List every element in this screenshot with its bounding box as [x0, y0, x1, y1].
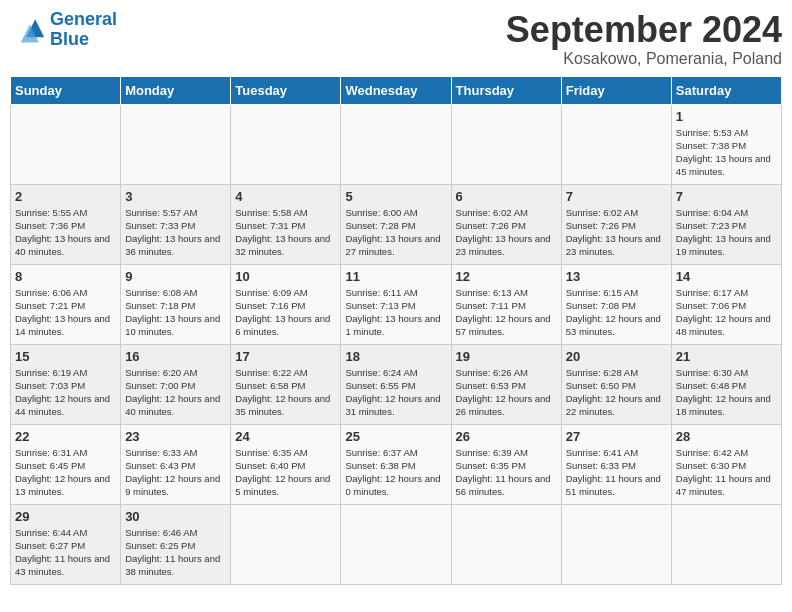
calendar-row-5: 22 Sunrise: 6:31 AM Sunset: 6:45 PM Dayl…: [11, 424, 782, 504]
day-cell-19: 18 Sunrise: 6:24 AM Sunset: 6:55 PM Dayl…: [341, 344, 451, 424]
empty-cell: [11, 104, 121, 184]
day-info: Sunrise: 6:28 AM Sunset: 6:50 PM Dayligh…: [566, 366, 667, 419]
day-info: Sunrise: 5:55 AM Sunset: 7:36 PM Dayligh…: [15, 206, 116, 259]
day-info: Sunrise: 6:04 AM Sunset: 7:23 PM Dayligh…: [676, 206, 777, 259]
day-cell-27: 26 Sunrise: 6:39 AM Sunset: 6:35 PM Dayl…: [451, 424, 561, 504]
calendar-row-4: 15 Sunrise: 6:19 AM Sunset: 7:03 PM Dayl…: [11, 344, 782, 424]
day-number: 14: [676, 269, 777, 284]
day-info: Sunrise: 6:30 AM Sunset: 6:48 PM Dayligh…: [676, 366, 777, 419]
empty-cell: [451, 504, 561, 584]
day-cell-21: 20 Sunrise: 6:28 AM Sunset: 6:50 PM Dayl…: [561, 344, 671, 424]
empty-cell: [341, 504, 451, 584]
day-info: Sunrise: 6:11 AM Sunset: 7:13 PM Dayligh…: [345, 286, 446, 339]
day-cell-24: 23 Sunrise: 6:33 AM Sunset: 6:43 PM Dayl…: [121, 424, 231, 504]
day-cell-11: 10 Sunrise: 6:09 AM Sunset: 7:16 PM Dayl…: [231, 264, 341, 344]
day-cell-10: 9 Sunrise: 6:08 AM Sunset: 7:18 PM Dayli…: [121, 264, 231, 344]
page-header: General Blue September 2024 Kosakowo, Po…: [10, 10, 782, 68]
col-tuesday: Tuesday: [231, 76, 341, 104]
day-cell-30: 29 Sunrise: 6:44 AM Sunset: 6:27 PM Dayl…: [11, 504, 121, 584]
day-info: Sunrise: 6:41 AM Sunset: 6:33 PM Dayligh…: [566, 446, 667, 499]
title-area: September 2024 Kosakowo, Pomerania, Pola…: [506, 10, 782, 68]
logo-text: General Blue: [50, 10, 117, 50]
empty-cell: [121, 104, 231, 184]
day-number: 13: [566, 269, 667, 284]
day-cell-28: 27 Sunrise: 6:41 AM Sunset: 6:33 PM Dayl…: [561, 424, 671, 504]
day-info: Sunrise: 5:58 AM Sunset: 7:31 PM Dayligh…: [235, 206, 336, 259]
col-thursday: Thursday: [451, 76, 561, 104]
day-info: Sunrise: 6:02 AM Sunset: 7:26 PM Dayligh…: [456, 206, 557, 259]
day-cell-2: 2 Sunrise: 5:55 AM Sunset: 7:36 PM Dayli…: [11, 184, 121, 264]
col-wednesday: Wednesday: [341, 76, 451, 104]
col-friday: Friday: [561, 76, 671, 104]
day-number: 20: [566, 349, 667, 364]
day-cell-18: 17 Sunrise: 6:22 AM Sunset: 6:58 PM Dayl…: [231, 344, 341, 424]
day-info: Sunrise: 6:20 AM Sunset: 7:00 PM Dayligh…: [125, 366, 226, 419]
day-number: 28: [676, 429, 777, 444]
page-subtitle: Kosakowo, Pomerania, Poland: [506, 50, 782, 68]
empty-cell: [231, 504, 341, 584]
empty-cell: [671, 504, 781, 584]
calendar-table: Sunday Monday Tuesday Wednesday Thursday…: [10, 76, 782, 585]
day-info: Sunrise: 6:26 AM Sunset: 6:53 PM Dayligh…: [456, 366, 557, 419]
day-info: Sunrise: 6:33 AM Sunset: 6:43 PM Dayligh…: [125, 446, 226, 499]
day-number: 11: [345, 269, 446, 284]
calendar-row-1: 1 Sunrise: 5:53 AM Sunset: 7:38 PM Dayli…: [11, 104, 782, 184]
day-number: 2: [15, 189, 116, 204]
day-number: 17: [235, 349, 336, 364]
day-number: 18: [345, 349, 446, 364]
col-saturday: Saturday: [671, 76, 781, 104]
empty-cell: [341, 104, 451, 184]
day-cell-16: 15 Sunrise: 6:19 AM Sunset: 7:03 PM Dayl…: [11, 344, 121, 424]
day-cell-22: 21 Sunrise: 6:30 AM Sunset: 6:48 PM Dayl…: [671, 344, 781, 424]
day-number: 30: [125, 509, 226, 524]
day-number: 8: [15, 269, 116, 284]
day-number: 9: [125, 269, 226, 284]
day-cell-6: 6 Sunrise: 6:02 AM Sunset: 7:26 PM Dayli…: [451, 184, 561, 264]
logo-line2: Blue: [50, 30, 117, 50]
day-cell-8: 7 Sunrise: 6:04 AM Sunset: 7:23 PM Dayli…: [671, 184, 781, 264]
day-cell-29: 28 Sunrise: 6:42 AM Sunset: 6:30 PM Dayl…: [671, 424, 781, 504]
day-number: 5: [345, 189, 446, 204]
day-info: Sunrise: 6:35 AM Sunset: 6:40 PM Dayligh…: [235, 446, 336, 499]
day-info: Sunrise: 6:42 AM Sunset: 6:30 PM Dayligh…: [676, 446, 777, 499]
day-cell-1: 1 Sunrise: 5:53 AM Sunset: 7:38 PM Dayli…: [671, 104, 781, 184]
day-number: 23: [125, 429, 226, 444]
day-number: 16: [125, 349, 226, 364]
calendar-row-2: 2 Sunrise: 5:55 AM Sunset: 7:36 PM Dayli…: [11, 184, 782, 264]
day-info: Sunrise: 6:39 AM Sunset: 6:35 PM Dayligh…: [456, 446, 557, 499]
day-number: 6: [456, 189, 557, 204]
day-number: 7: [676, 189, 777, 204]
day-cell-7: 7 Sunrise: 6:02 AM Sunset: 7:26 PM Dayli…: [561, 184, 671, 264]
day-info: Sunrise: 5:53 AM Sunset: 7:38 PM Dayligh…: [676, 126, 777, 179]
day-info: Sunrise: 6:31 AM Sunset: 6:45 PM Dayligh…: [15, 446, 116, 499]
day-number: 10: [235, 269, 336, 284]
day-cell-13: 12 Sunrise: 6:13 AM Sunset: 7:11 PM Dayl…: [451, 264, 561, 344]
day-number: 15: [15, 349, 116, 364]
day-number: 19: [456, 349, 557, 364]
day-cell-12: 11 Sunrise: 6:11 AM Sunset: 7:13 PM Dayl…: [341, 264, 451, 344]
calendar-header-row: Sunday Monday Tuesday Wednesday Thursday…: [11, 76, 782, 104]
day-number: 24: [235, 429, 336, 444]
logo-line1: General: [50, 10, 117, 30]
day-cell-25: 24 Sunrise: 6:35 AM Sunset: 6:40 PM Dayl…: [231, 424, 341, 504]
day-number: 29: [15, 509, 116, 524]
day-number: 4: [235, 189, 336, 204]
day-number: 25: [345, 429, 446, 444]
day-info: Sunrise: 6:44 AM Sunset: 6:27 PM Dayligh…: [15, 526, 116, 579]
calendar-row-6: 29 Sunrise: 6:44 AM Sunset: 6:27 PM Dayl…: [11, 504, 782, 584]
logo: General Blue: [10, 10, 117, 50]
day-cell-26: 25 Sunrise: 6:37 AM Sunset: 6:38 PM Dayl…: [341, 424, 451, 504]
empty-cell: [231, 104, 341, 184]
day-info: Sunrise: 6:22 AM Sunset: 6:58 PM Dayligh…: [235, 366, 336, 419]
day-info: Sunrise: 6:15 AM Sunset: 7:08 PM Dayligh…: [566, 286, 667, 339]
day-number: 1: [676, 109, 777, 124]
day-info: Sunrise: 6:08 AM Sunset: 7:18 PM Dayligh…: [125, 286, 226, 339]
empty-cell: [561, 104, 671, 184]
empty-cell: [561, 504, 671, 584]
day-info: Sunrise: 6:00 AM Sunset: 7:28 PM Dayligh…: [345, 206, 446, 259]
day-info: Sunrise: 6:37 AM Sunset: 6:38 PM Dayligh…: [345, 446, 446, 499]
day-number: 21: [676, 349, 777, 364]
day-info: Sunrise: 6:02 AM Sunset: 7:26 PM Dayligh…: [566, 206, 667, 259]
day-info: Sunrise: 6:46 AM Sunset: 6:25 PM Dayligh…: [125, 526, 226, 579]
day-cell-23: 22 Sunrise: 6:31 AM Sunset: 6:45 PM Dayl…: [11, 424, 121, 504]
